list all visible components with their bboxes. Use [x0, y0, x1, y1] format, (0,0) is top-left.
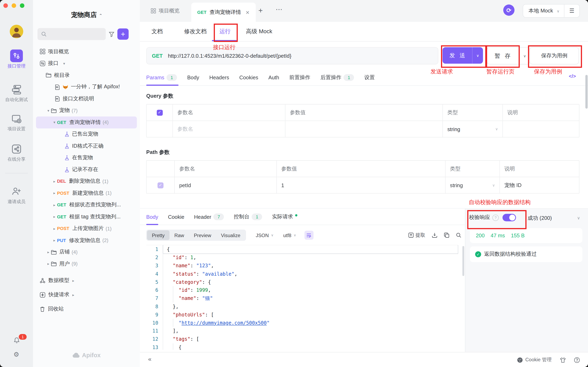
cookie-manager-button[interactable]: Cookie 管理: [517, 357, 552, 363]
subtab-1[interactable]: 修改文档: [184, 22, 207, 42]
more-tabs-button[interactable]: ⋯: [276, 5, 283, 13]
tree-item-接口文档说明[interactable]: 接口文档说明: [36, 93, 137, 105]
stash-button[interactable]: 暂 存 ∨: [487, 47, 530, 64]
code-line[interactable]: 5 "category": {: [146, 278, 458, 286]
send-button[interactable]: 发 送 ∨: [442, 47, 483, 64]
tab-project-overview[interactable]: 项目概览: [146, 0, 185, 22]
param-tab-后置操作[interactable]: 后置操作1: [320, 69, 354, 86]
view-mode-raw[interactable]: Raw: [169, 230, 189, 240]
download-icon[interactable]: [432, 233, 437, 238]
page-scrollbar[interactable]: [585, 75, 588, 108]
param-tab-headers[interactable]: Headers: [209, 69, 229, 86]
param-tab-cookies[interactable]: Cookies: [239, 69, 258, 86]
settings-gear-icon[interactable]: ⚙: [13, 350, 19, 359]
response-body-editor[interactable]: 1 {2 "id": 1,3 "name": "123",4 "status":…: [146, 245, 458, 350]
select-all-checkbox[interactable]: ✓: [156, 109, 163, 115]
sidebar-item-quick-request[interactable]: 快捷请求▸: [33, 288, 140, 302]
sidebar-item-interface[interactable]: 接口 ▾: [36, 58, 137, 69]
tree-item-ID格式不正确[interactable]: ID格式不正确: [36, 140, 137, 152]
chevron-right-icon[interactable]: ▸: [52, 203, 57, 207]
param-row[interactable]: 参数名 string∨: [147, 121, 579, 137]
tree-api-get-根据-tag-查找宠物列-[interactable]: ▸GET根据 tag 查找宠物列...: [36, 211, 137, 223]
save-as-case-button[interactable]: 保存为用例: [529, 47, 579, 64]
code-line[interactable]: 9 "photoUrls": [: [146, 310, 458, 319]
tree-item-在售宠物[interactable]: 在售宠物: [36, 152, 137, 164]
chevron-down-icon[interactable]: ▾: [52, 120, 57, 124]
code-view-icon[interactable]: </>: [569, 73, 576, 79]
editor-scrollbar[interactable]: [462, 246, 464, 276]
response-tab-header[interactable]: Header7: [194, 213, 224, 220]
code-line[interactable]: 8 },: [146, 302, 458, 310]
param-tab-body[interactable]: Body: [187, 69, 199, 86]
chevron-right-icon[interactable]: ▸: [52, 226, 57, 231]
view-mode-visualize[interactable]: Visualize: [216, 230, 245, 240]
response-tab-cookie[interactable]: Cookie: [168, 214, 184, 220]
minimize-window-button[interactable]: [12, 3, 16, 8]
code-line[interactable]: 4 "status": "available",: [146, 270, 458, 278]
sidebar-item-project-overview[interactable]: 项目概览: [36, 46, 137, 58]
code-line[interactable]: 2 "id": 1,: [146, 253, 458, 262]
tree-item-用户[interactable]: ▸用户(9): [36, 258, 137, 270]
chevron-right-icon[interactable]: ▸: [46, 250, 51, 254]
param-row[interactable]: ✓ petId 1 string∨ 宠物 ID: [147, 177, 579, 193]
code-line[interactable]: 1 {: [146, 245, 458, 253]
chevron-down-icon[interactable]: ▾: [46, 108, 51, 113]
request-url-input[interactable]: GET http://127.0.0.1:4523/m1/622362-0-de…: [146, 47, 438, 64]
param-tab-前置操作[interactable]: 前置操作: [289, 69, 310, 86]
param-tab-params[interactable]: Params1: [146, 69, 177, 86]
tree-item-已售出宠物[interactable]: 已售出宠物: [36, 128, 137, 140]
help-icon[interactable]: ?: [493, 215, 499, 221]
code-line[interactable]: 6 "id": 1999,: [146, 286, 458, 294]
close-tab-icon[interactable]: ✕: [245, 9, 250, 15]
close-window-button[interactable]: [3, 3, 8, 8]
search-input[interactable]: [38, 28, 106, 40]
charset-select[interactable]: utf8∨: [283, 233, 296, 238]
row-checkbox[interactable]: ✓: [157, 182, 163, 188]
chevron-right-icon[interactable]: ▸: [52, 238, 57, 242]
view-mode-pretty[interactable]: Pretty: [147, 230, 169, 240]
code-line[interactable]: 10 "http://dummyimage.com/500x500": [146, 319, 458, 327]
zoom-window-button[interactable]: [20, 3, 24, 8]
rail-item-project-settings[interactable]: 项目设置: [0, 112, 33, 132]
tree-api-del-删除宠物信息[interactable]: ▸DEL删除宠物信息(1): [36, 175, 137, 187]
sidebar-item-data-model[interactable]: 数据模型▸: [33, 273, 140, 288]
code-line[interactable]: 13 {: [146, 343, 458, 350]
chevron-right-icon[interactable]: ▸: [46, 262, 51, 266]
tree-item-根目录[interactable]: 根目录: [36, 69, 137, 81]
param-tab-设置[interactable]: 设置: [364, 69, 375, 86]
expected-response-select[interactable]: 成功 (200): [527, 215, 552, 222]
tree-item-店铺[interactable]: ▸店铺(4): [36, 246, 137, 258]
tree-api-post-新建宠物信息[interactable]: ▸POST新建宠物信息(1): [36, 187, 137, 199]
code-line[interactable]: 11 ],: [146, 327, 458, 335]
rail-item-api-manage[interactable]: 接口管理: [0, 49, 33, 69]
code-line[interactable]: 12 "tags": [: [146, 335, 458, 343]
rail-item-invite-member[interactable]: 邀请成员: [0, 185, 33, 205]
chevron-down-icon[interactable]: ∨: [495, 127, 498, 131]
chevron-right-icon[interactable]: ▸: [52, 191, 57, 195]
environment-selector[interactable]: 本地 Mock ∨ ☰: [523, 4, 580, 17]
collapse-sidebar-icon[interactable]: «: [148, 356, 151, 363]
extract-button[interactable]: 提取: [408, 232, 425, 239]
tree-item-宠物[interactable]: ▾宠物(7): [36, 105, 137, 117]
format-select[interactable]: JSON∨: [256, 233, 274, 238]
filter-icon[interactable]: [109, 31, 114, 37]
new-tab-button[interactable]: +: [259, 6, 263, 15]
subtab-3[interactable]: 高级 Mock: [246, 22, 272, 42]
tab-get-pet-detail[interactable]: GET 查询宠物详情 ✕: [191, 3, 256, 22]
validate-response-toggle[interactable]: [502, 214, 516, 221]
copy-icon[interactable]: [444, 233, 449, 238]
param-tab-auth[interactable]: Auth: [268, 69, 279, 86]
view-mode-preview[interactable]: Preview: [189, 230, 216, 240]
response-tab-body[interactable]: Body: [146, 214, 158, 220]
code-line[interactable]: 3 "name": "123",: [146, 262, 458, 270]
chevron-right-icon[interactable]: ▸: [52, 215, 57, 219]
add-button[interactable]: +: [117, 29, 129, 40]
search-icon[interactable]: [456, 233, 461, 238]
sidebar-item-trash[interactable]: 回收站: [33, 302, 140, 316]
tree-api-get-查询宠物详情[interactable]: ▾GET查询宠物详情(4): [36, 117, 137, 128]
help-circle-icon[interactable]: [574, 357, 580, 363]
tree-item-一分钟-了解-Apifox-[interactable]: 一分钟，了解 Apifox!: [36, 81, 137, 93]
subtab-2[interactable]: 运行: [219, 22, 231, 42]
sync-icon[interactable]: ⟳: [503, 4, 515, 16]
tree-api-post-上传宠物图片[interactable]: ▸POST上传宠物图片(1): [36, 223, 137, 234]
